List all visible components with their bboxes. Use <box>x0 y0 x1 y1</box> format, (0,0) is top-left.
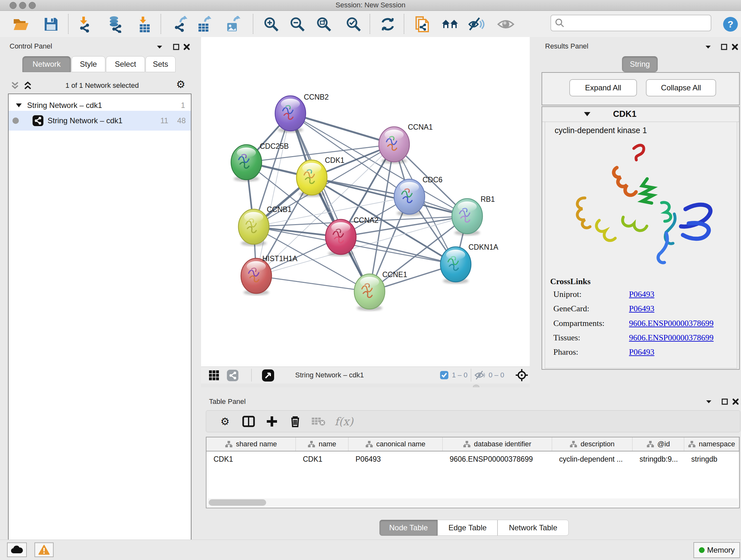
node-CCNE1[interactable] <box>354 274 385 311</box>
statusbar-separator <box>251 369 252 381</box>
expand-all-networks-icon[interactable] <box>22 80 33 92</box>
node-CDC25B[interactable] <box>231 145 262 182</box>
export-table-icon[interactable] <box>195 15 213 33</box>
table-row[interactable]: CDK1CDK1P064939606.ENSP00000378699cyclin… <box>206 451 739 467</box>
edge-layer[interactable] <box>246 113 467 292</box>
column-header-canonical-name[interactable]: canonical name <box>348 437 443 451</box>
results-panel-close-icon[interactable] <box>731 43 739 51</box>
node-CDC6[interactable] <box>394 179 425 216</box>
search-input[interactable] <box>567 18 711 27</box>
edge-CCNA2-CDKN1A[interactable] <box>341 237 456 264</box>
protein-expander-icon[interactable] <box>584 112 591 117</box>
tab-string[interactable]: String <box>622 56 658 72</box>
tab-sets[interactable]: Sets <box>145 56 176 72</box>
help-icon[interactable]: ? <box>722 15 739 33</box>
collapse-all-button[interactable]: Collapse All <box>646 79 716 97</box>
apply-layout-icon[interactable] <box>379 15 397 33</box>
zoom-in-icon[interactable] <box>262 15 280 33</box>
edge-CCNB2-HIST1H1A[interactable] <box>256 113 290 276</box>
fit-selected-crosshair-icon[interactable] <box>515 369 528 383</box>
edge-CCNB2-CCNE1[interactable] <box>290 113 369 292</box>
table-horizontal-scrollbar[interactable] <box>207 498 738 507</box>
table-panel-collapse-icon[interactable] <box>704 397 713 406</box>
table-panel-close-icon[interactable] <box>731 397 740 406</box>
tab-select[interactable]: Select <box>106 56 145 72</box>
export-network-icon[interactable] <box>172 15 189 33</box>
function-builder-icon[interactable]: f(x) <box>331 413 357 430</box>
tab-edge-table[interactable]: Edge Table <box>437 520 497 536</box>
control-panel-close-icon[interactable] <box>183 43 191 51</box>
fit-content-icon[interactable] <box>315 15 333 33</box>
share-network-icon[interactable] <box>226 369 239 383</box>
tab-style[interactable]: Style <box>71 56 105 72</box>
share-document-icon[interactable] <box>413 15 431 33</box>
hide-unhide-icon[interactable] <box>467 15 485 33</box>
open-session-icon[interactable] <box>12 15 30 33</box>
node-CCNA1[interactable] <box>379 127 409 164</box>
node-HIST1H1A[interactable] <box>241 258 272 295</box>
string-network-graph[interactable]: CCNB2CCNA1CDC25BCDK1CDC6RB1CCNB1CCNA2CDK… <box>201 37 530 367</box>
zoom-out-icon[interactable] <box>288 15 307 33</box>
crosslink-link-tissues[interactable]: 9606.ENSP00000378699 <box>629 333 714 343</box>
column-header-description[interactable]: description <box>552 437 632 451</box>
column-header-shared-name[interactable]: shared name <box>206 437 296 451</box>
cloud-button[interactable] <box>7 543 27 557</box>
string-home-icon[interactable] <box>441 15 459 33</box>
node-CCNB1[interactable] <box>239 209 269 246</box>
control-panel-float-icon[interactable] <box>172 43 180 51</box>
crosslink-link-compartments[interactable]: 9606.ENSP00000378699 <box>629 319 714 328</box>
show-grid-icon[interactable] <box>209 370 219 382</box>
search-field[interactable] <box>550 15 711 31</box>
import-network-file-icon[interactable] <box>75 15 92 33</box>
column-header-name[interactable]: name <box>296 437 348 451</box>
node-CDKN1A[interactable] <box>441 247 471 284</box>
edge-CDK1-RB1[interactable] <box>312 178 467 216</box>
tab-node-table[interactable]: Node Table <box>380 520 437 536</box>
node-RB1[interactable] <box>452 199 482 236</box>
node-CCNB2[interactable] <box>275 96 306 133</box>
delete-table-icon[interactable] <box>310 413 327 430</box>
results-panel-float-icon[interactable] <box>720 43 728 51</box>
create-column-icon[interactable] <box>264 413 280 430</box>
node-label-CDC6: CDC6 <box>422 176 443 184</box>
network-options-gear-icon[interactable]: ⚙ <box>176 79 185 89</box>
show-all-eye-icon[interactable] <box>497 15 515 33</box>
show-columns-icon[interactable] <box>240 413 257 430</box>
tab-network-table[interactable]: Network Table <box>497 520 569 536</box>
selected-checkbox-icon[interactable] <box>440 371 449 381</box>
table-panel-float-icon[interactable] <box>721 397 729 406</box>
zoom-selected-icon[interactable] <box>345 15 362 33</box>
table-settings-gear-icon[interactable]: ⚙ <box>217 413 233 430</box>
delete-column-icon[interactable] <box>287 413 304 430</box>
birds-eye-view-icon[interactable] <box>262 369 274 383</box>
cell-name: CDK1 <box>296 451 348 467</box>
control-panel-collapse-icon[interactable] <box>155 43 164 51</box>
crosslink-link-uniprot[interactable]: P06493 <box>629 290 654 299</box>
crosslink-label-compartments: Compartments: <box>553 319 604 328</box>
network-canvas[interactable]: CCNB2CCNA1CDC25BCDK1CDC6RB1CCNB1CCNA2CDK… <box>201 37 530 367</box>
column-header--id[interactable]: @id <box>632 437 684 451</box>
column-header-namespace[interactable]: namespace <box>684 437 739 451</box>
results-panel-collapse-icon[interactable] <box>704 43 712 51</box>
hidden-eye-slash-icon[interactable] <box>474 370 486 381</box>
edge-CCNB2-CCNA1[interactable] <box>290 113 394 144</box>
crosslink-link-pharos[interactable]: P06493 <box>629 348 654 357</box>
node-label-CCNB1: CCNB1 <box>267 205 292 213</box>
expand-all-button[interactable]: Expand All <box>569 79 637 97</box>
protein-header[interactable]: CDK1 <box>542 107 739 122</box>
collection-count: 1 <box>181 101 185 110</box>
column-header-database-identifier[interactable]: database identifier <box>443 437 552 451</box>
edge-HIST1H1A-CCNE1[interactable] <box>256 276 369 292</box>
import-network-database-icon[interactable] <box>106 15 124 33</box>
collapse-all-networks-icon[interactable] <box>10 80 20 92</box>
save-session-icon[interactable] <box>42 15 60 33</box>
scrollbar-thumb[interactable] <box>209 499 266 506</box>
memory-button[interactable]: Memory <box>693 542 740 558</box>
network-row-selected[interactable]: String Network – cdk1 11 48 <box>9 111 191 131</box>
tab-network[interactable]: Network <box>22 56 71 72</box>
import-table-file-icon[interactable] <box>135 15 153 33</box>
crosslink-link-genecard[interactable]: P06493 <box>629 304 654 314</box>
export-image-icon[interactable] <box>224 15 242 33</box>
warnings-button[interactable] <box>35 543 54 557</box>
collection-expander-icon[interactable] <box>16 103 22 108</box>
